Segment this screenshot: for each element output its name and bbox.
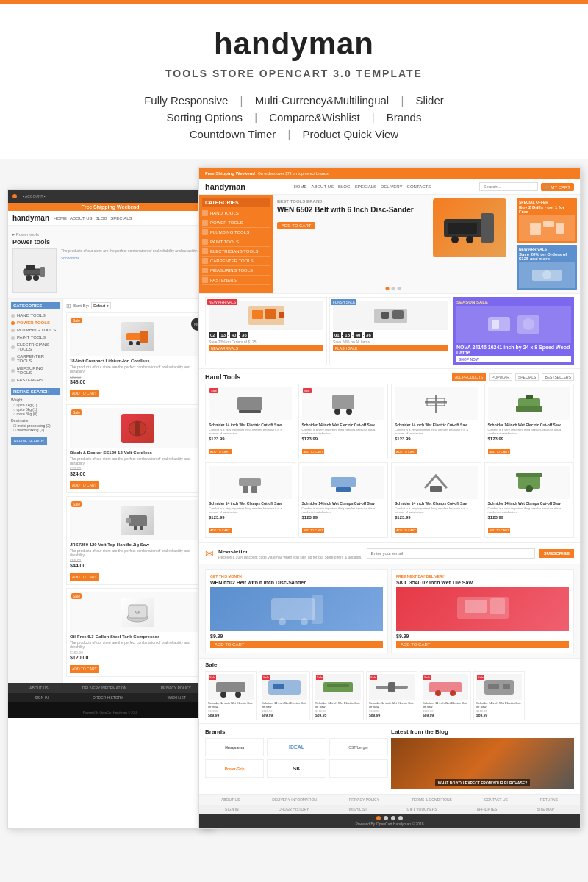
ls-show-more[interactable]: Show more [61,256,208,260]
ls-cat-measuring[interactable]: MEASURING TOOLS [11,365,60,376]
rs-nav-specials[interactable]: SPECIALS [355,184,376,189]
rs-cd-img-2 [333,301,448,330]
ls-cat-fasteners[interactable]: FASTENERS [11,376,60,384]
rs-search-input[interactable] [479,182,538,191]
rs-footer-terms[interactable]: TERMS & CONDITIONS [412,797,452,802]
ls-filter-opt3[interactable]: ○ more 5kg (0) [13,412,60,416]
rs-page-dot-1[interactable] [376,816,381,820]
ls-add-cart-2[interactable]: ADD TO CART [70,481,99,489]
rs-prod-add-7[interactable]: ADD TO CART [395,528,417,533]
ls-product-img-3: Sale [70,500,206,540]
ls-cat-electricians[interactable]: ELECTRICIANS TOOLS [11,341,60,353]
ls-nav-blog[interactable]: BLOG [96,216,108,220]
rs-hero-add-cart[interactable]: ADD TO CART [277,222,315,229]
ls-add-cart-4[interactable]: ADD TO CART [70,665,99,673]
rs-dot-2[interactable] [398,287,401,290]
rs-cat-electricians[interactable]: ELECTRICIANS TOOLS [202,247,270,257]
rs-product-5: Schnider 14 inch Wet Clamps Cut-off Saw … [205,462,295,538]
rs-footer-contact[interactable]: CONTACT US [484,797,508,802]
ls-cat-power-tools[interactable]: POWER TOOLS [11,319,60,326]
rs-featured-btn-1[interactable]: ADD TO CART [210,641,383,648]
ls-footer-privacy[interactable]: PRIVACY POLICY [161,686,191,690]
rs-cart-button[interactable]: 🛒 MY CART [541,183,574,191]
rs-dot-1[interactable] [392,287,395,290]
ls-refine-button[interactable]: REFINE SEARCH [11,437,47,445]
rs-sale-item-title-1: Schnider 14 inch Wet Electric Cut-off Sa… [208,701,254,709]
rs-cd-btn-2[interactable]: FLASH SALE [333,345,448,351]
rs-footer-affiliates[interactable]: AFFILIATES [477,807,498,811]
rs-brand-husqvarna[interactable]: Husqvarna [205,738,264,756]
rs-cat-hand[interactable]: HAND TOOLS [202,209,270,218]
svg-rect-60 [271,598,315,620]
rs-prod-add-2[interactable]: ADD TO CART [302,449,325,454]
ls-cat-plumbing[interactable]: PLUMBING TOOLS [11,326,60,334]
svg-point-22 [466,236,473,243]
ls-add-cart-1[interactable]: ADD TO CART [70,390,99,397]
rs-tab-popular[interactable]: POPULAR [489,373,512,381]
rs-brand-powergrip[interactable]: Power-Grip [205,759,264,778]
rs-nl-input[interactable] [367,548,535,559]
rs-tab-all[interactable]: ALL PRODUCTS [452,373,486,381]
rs-footer-about[interactable]: ABOUT US [221,797,240,802]
rs-page-dot-3[interactable] [391,816,395,820]
rs-cat-plumbing[interactable]: PLUMBING TOOLS [202,228,270,237]
rs-nav-home[interactable]: HOME [293,184,306,189]
rs-footer-vouchers[interactable]: GIFT VOUCHERS [407,807,437,811]
rs-hero-product-img [433,198,506,257]
rs-prod-add-1[interactable]: ADD TO CART [209,449,232,454]
rs-prod-add-3[interactable]: ADD TO CART [395,449,417,454]
rs-tab-specials[interactable]: SPECIALS [515,373,539,381]
rs-footer-privacy[interactable]: PRIVACY POLICY [349,797,379,802]
rs-dot-active[interactable] [386,287,390,290]
rs-prod-add-4[interactable]: ADD TO CART [488,449,511,454]
ls-cat-paint[interactable]: PAINT TOOLS [11,334,60,341]
rs-blog-img[interactable]: WHAT DO YOU EXPECT FROM YOUR PURCHASE? [391,738,574,789]
ls-footer-wishlist[interactable]: WISH LIST [168,695,186,700]
rs-cd-btn-1[interactable]: NEW ARRIVALS [209,345,323,351]
rs-featured-btn-2[interactable]: ADD TO CART [396,641,569,648]
ls-sort-select[interactable]: Default ▾ [91,302,110,309]
rs-cat-measuring[interactable]: MEASURING TOOLS [202,266,270,276]
ls-cat-hand-tools[interactable]: HAND TOOLS [11,312,60,319]
ls-nav-about[interactable]: ABOUT US [70,216,93,220]
rs-prod-add-6[interactable]: ADD TO CART [302,528,325,533]
ls-cat-title: CATEGORIES [11,302,60,309]
rs-brand-cst[interactable]: CST/berger [329,738,388,756]
rs-footer-returns[interactable]: RETURNS [540,797,558,802]
ls-cat-carpenter[interactable]: CARPENTER TOOLS [11,353,60,365]
rs-footer-signin[interactable]: SIGN IN [225,807,239,811]
rs-promo-img-1 [519,215,575,241]
rs-nav-delivery[interactable]: DELIVERY [381,184,403,189]
rs-nav-contacts[interactable]: CONTACTS [407,184,431,189]
rs-season-shop-btn[interactable]: SHOP NOW [456,356,571,362]
ls-footer-delivery[interactable]: DELIVERY INFORMATION [82,686,127,690]
rs-footer-sitemap[interactable]: SITE MAP [537,807,554,811]
rs-prod-add-5[interactable]: ADD TO CART [209,528,232,533]
ls-footer-signin[interactable]: SIGN IN [35,695,49,700]
rs-footer-wish[interactable]: WISH LIST [348,807,367,811]
rs-prod-img-3 [395,387,478,420]
rs-cd-discount-2: Save 60% on All Items [333,340,448,344]
rs-page-dot-4[interactable] [398,816,403,820]
rs-prod-add-8[interactable]: ADD TO CART [488,528,511,533]
rs-nl-subscribe-btn[interactable]: SUBSCRIBE [539,549,574,558]
rs-cat-power[interactable]: POWER TOOLS [202,218,270,228]
rs-footer-orders[interactable]: ORDER HISTORY [279,807,309,811]
rs-cat-paint[interactable]: PAINT TOOLS [202,237,270,247]
rs-cat-carpenter[interactable]: CARPENTER TOOLS [202,257,270,266]
ls-nav-home[interactable]: HOME [54,216,67,220]
rs-brand-sk[interactable]: SK [267,759,326,778]
ls-add-cart-3[interactable]: ADD TO CART [70,573,99,581]
rs-tab-bestsellers[interactable]: BESTSELLERS [542,373,574,381]
rs-page-dot-2[interactable] [384,816,388,820]
ls-footer-about[interactable]: ABOUT US [29,686,48,690]
ls-filter-opt5[interactable]: ☐ woodworking (2) [13,428,60,432]
ls-nav-specials[interactable]: SPECIALS [110,216,132,220]
rs-nav-about[interactable]: ABOUT US [311,184,334,189]
rs-footer-delivery[interactable]: DELIVERY INFORMATION [272,797,317,802]
rs-brand-ideal[interactable]: IDEAL [267,738,326,756]
ls-footer-orders[interactable]: ORDER HISTORY [93,695,123,700]
rs-hero-content: BEST TOOLS BRAND WEN 6502 Belt with 6 In… [273,195,514,293]
rs-cat-fasteners[interactable]: FASTENERS [202,276,270,285]
rs-nav-blog[interactable]: BLOG [338,184,351,189]
